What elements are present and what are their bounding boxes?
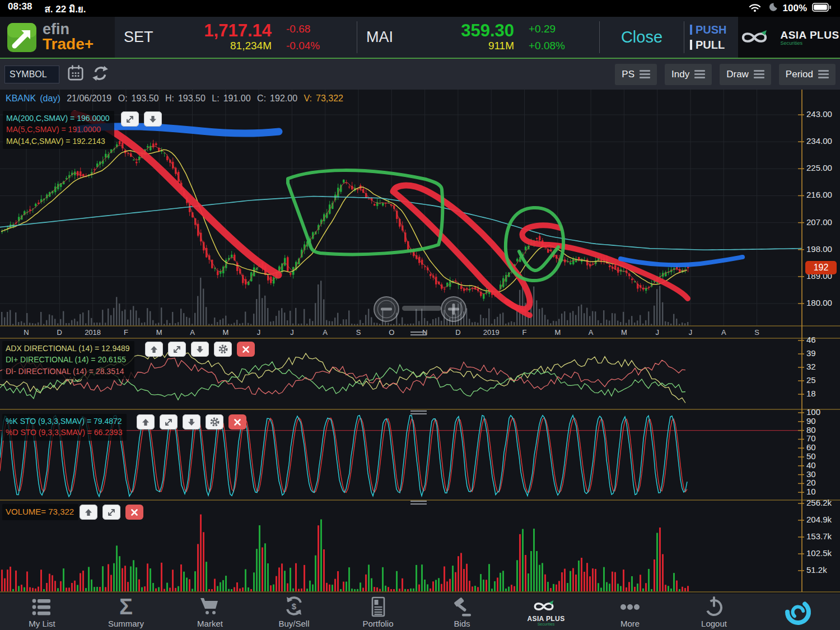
x-axis-month-label: M — [156, 328, 162, 337]
infinity-icon — [531, 598, 561, 615]
svg-text:$: $ — [292, 601, 297, 611]
axis-tick-label: 90 — [806, 416, 816, 426]
x-axis-month-label: M — [621, 328, 627, 337]
settings-gear-button[interactable] — [214, 342, 232, 357]
axis-tick-label: 198.00 — [806, 244, 832, 254]
nav-asia-plus[interactable]: ASIA PLUS Securities — [504, 594, 588, 630]
mai-change-pct: +0.08% — [529, 38, 590, 54]
pull-toggle[interactable]: PULL — [690, 39, 738, 52]
move-up-button[interactable] — [80, 505, 97, 520]
svg-text:Σ: Σ — [119, 596, 133, 618]
ma200-label: MA(200,C,SMAV) = 196.0000 — [6, 113, 110, 124]
settings-gear-button[interactable] — [206, 414, 223, 430]
set-label: SET — [124, 29, 153, 46]
x-axis-month-label: J — [257, 328, 261, 337]
axis-tick-label: 18 — [806, 389, 816, 398]
move-down-button[interactable] — [183, 414, 200, 430]
nav-more[interactable]: More — [588, 594, 672, 630]
x-axis-month-label: A — [190, 328, 195, 337]
axis-tick-label: 10 — [806, 487, 816, 496]
close-button[interactable]: Close — [600, 17, 684, 58]
expand-panel-button[interactable] — [160, 414, 178, 430]
header: efin Trade+ SET 1,717.14 81,234M -0.68 -… — [0, 17, 840, 59]
axis-tick-label: 39 — [806, 348, 816, 358]
mai-index-summary[interactable]: MAI 359.30 911M +0.29 +0.08% — [357, 17, 599, 58]
more-dots-icon — [618, 596, 642, 618]
x-axis-month-label: 2018 — [85, 328, 101, 337]
moon-icon — [767, 2, 778, 16]
ma14-label: MA(14,C,SMAV) = 192.2143 — [6, 136, 110, 147]
axis-tick-label: 207.00 — [806, 217, 832, 227]
power-icon — [702, 596, 726, 618]
ohlc-info-line: KBANK(day) 21/06/2019 O:193.50 H:193.50 … — [6, 94, 347, 104]
move-up-button[interactable] — [137, 414, 155, 430]
wifi-icon — [748, 2, 762, 15]
nav-bids[interactable]: Bids — [420, 594, 504, 630]
calendar-icon[interactable] — [67, 65, 84, 84]
refresh-icon[interactable] — [92, 65, 109, 84]
x-axis-month-label: F — [124, 328, 128, 337]
menu-icon — [694, 70, 705, 78]
ps-button[interactable]: PS — [615, 64, 657, 85]
menu-icon — [640, 70, 650, 78]
draw-button[interactable]: Draw — [720, 64, 771, 85]
symbol-input[interactable]: SYMBOL — [4, 66, 59, 83]
hand-drawn-annotations — [74, 114, 743, 315]
push-toggle[interactable]: PUSH — [690, 24, 738, 36]
expand-panel-button[interactable] — [168, 342, 186, 357]
axis-tick-label: 100 — [806, 407, 820, 417]
close-panel-button[interactable] — [228, 414, 246, 430]
efin-swirl-icon — [782, 598, 814, 627]
last-price-badge: 192 — [805, 261, 837, 274]
close-panel-button[interactable] — [237, 342, 255, 357]
nav-logout[interactable]: Logout — [672, 594, 756, 630]
axis-tick-label: 204.9k — [806, 515, 832, 524]
main-chart-controls — [121, 111, 162, 127]
axis-tick-label: 20 — [806, 478, 816, 487]
nav-market[interactable]: Market — [168, 594, 252, 630]
portfolio-icon — [366, 596, 390, 618]
axis-tick-label: 80 — [806, 425, 816, 435]
axis-tick-label: 25 — [806, 375, 816, 385]
move-up-button[interactable] — [145, 342, 163, 357]
moving-average-lines — [0, 146, 802, 294]
gavel-icon — [450, 596, 474, 618]
nav-efin-assistant[interactable] — [756, 594, 840, 630]
adx-legend: ADX DIRECTIONAL (14) = 12.9489 DI+ DIREC… — [2, 341, 134, 379]
logo-text-trade: Trade+ — [43, 37, 94, 52]
close-panel-button[interactable] — [125, 505, 143, 520]
x-axis-month-label: J — [689, 328, 693, 337]
set-change: -0.68 — [286, 21, 348, 37]
move-down-button[interactable] — [191, 342, 209, 357]
set-change-pct: -0.04% — [286, 38, 348, 54]
nav-summary[interactable]: Σ Summary — [84, 594, 168, 630]
list-icon — [30, 596, 54, 618]
nav-my-list[interactable]: My List — [0, 594, 84, 630]
zoom-slider[interactable] — [402, 306, 441, 311]
mai-change: +0.29 — [529, 21, 590, 37]
expand-panel-button[interactable] — [121, 111, 139, 127]
period-button[interactable]: Period — [779, 64, 836, 85]
nav-buy-sell[interactable]: $ Buy/Sell — [252, 594, 336, 630]
expand-panel-button[interactable] — [102, 505, 120, 520]
efin-arrow-icon — [7, 22, 37, 53]
axis-tick-label: 30 — [806, 469, 816, 479]
zoom-widget[interactable] — [374, 297, 466, 321]
set-index-summary[interactable]: SET 1,717.14 81,234M -0.68 -0.04% — [115, 17, 357, 58]
axis-tick-label: 70 — [806, 433, 816, 443]
indy-button[interactable]: Indy — [665, 64, 712, 85]
efin-logo: efin Trade+ — [0, 17, 115, 58]
menu-icon — [754, 70, 764, 78]
status-bar: 08:38 ส. 22 มิ.ย. 100% — [0, 0, 840, 17]
x-axis-month-label: D — [57, 328, 62, 337]
axis-tick-label: 32 — [806, 362, 816, 371]
x-axis-month-label: N — [24, 328, 29, 337]
nav-portfolio[interactable]: Portfolio — [336, 594, 420, 630]
x-axis-month-label: S — [754, 328, 759, 337]
zoom-out-button[interactable] — [374, 297, 399, 321]
collapse-panel-button[interactable] — [144, 111, 162, 127]
clock: 08:38 — [8, 1, 32, 16]
zoom-in-button[interactable] — [441, 297, 466, 321]
x-axis-month-label: A — [721, 328, 726, 337]
pull-bar-icon — [690, 40, 692, 50]
